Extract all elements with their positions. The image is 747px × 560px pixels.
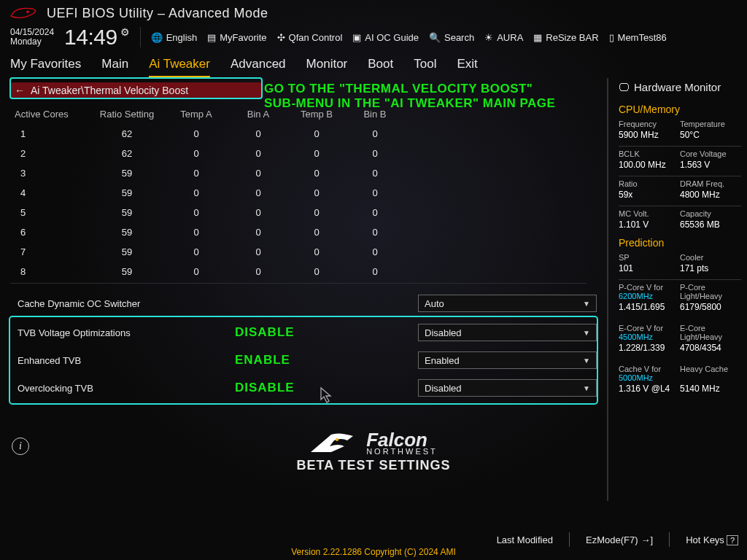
monitor-icon: 🖵 [619, 81, 630, 93]
table-row: 8590000 [10, 262, 597, 281]
tab-exit[interactable]: Exit [457, 57, 477, 78]
hw-label: Frequency [619, 120, 680, 128]
table-row: 6590000 [10, 222, 597, 242]
hw-value: 59x [619, 190, 680, 200]
hw-value: 50°C [680, 130, 741, 140]
table-header: Bin B [346, 109, 404, 120]
aura-icon: ☀ [484, 32, 493, 43]
datetime: 04/15/2024 Monday [10, 28, 54, 46]
ecore-lh-value: 4708/4354 [680, 343, 741, 353]
language-button[interactable]: 🌐English [151, 32, 198, 43]
memtest-button[interactable]: ▯MemTest86 [609, 32, 667, 43]
cache-oc-label: Cache Dynamic OC Switcher [10, 298, 229, 309]
chevron-down-icon: ▼ [583, 357, 590, 365]
fan-icon: ✣ [277, 32, 285, 43]
table-row: 1620000 [10, 124, 597, 144]
cache-v-value: 1.316 V @L4 [619, 384, 680, 394]
table-header: Temp B [287, 109, 346, 120]
oc-tvb-label: Overclocking TVB [10, 383, 229, 394]
hw-value: 4800 MHz [680, 190, 741, 200]
chevron-down-icon: ▼ [583, 300, 590, 308]
table-row: 4590000 [10, 183, 597, 203]
aioc-button[interactable]: ▣AI OC Guide [352, 32, 419, 43]
main-tabs: My FavoritesMainAi TweakerAdvancedMonito… [10, 57, 737, 78]
table-header: Temp A [163, 109, 229, 120]
chevron-down-icon: ▼ [583, 329, 590, 337]
table-header: Ratio Setting [90, 109, 163, 120]
enhanced-tvb-row: Enhanced TVB ENABLE Enabled▼ [10, 346, 597, 374]
search-button[interactable]: 🔍Search [429, 32, 474, 43]
myfavorite-button[interactable]: ▤MyFavorite [207, 32, 266, 43]
table-row: 2620000 [10, 144, 597, 163]
chevron-down-icon: ▼ [583, 384, 590, 392]
svg-point-0 [26, 10, 29, 13]
falcon-logo-icon [309, 430, 360, 456]
tab-main[interactable]: Main [101, 57, 128, 78]
enhanced-tvb-label: Enhanced TVB [10, 355, 229, 366]
enhanced-tvb-overlay: ENABLE [229, 353, 375, 368]
hw-label: Capacity [680, 209, 741, 218]
hw-value: 65536 MB [680, 219, 741, 230]
cooler-value: 171 pts [680, 263, 741, 273]
heavy-cache-value: 5140 MHz [680, 384, 741, 394]
oc-tvb-row: Overclocking TVB DISABLE Disabled▼ [10, 374, 597, 402]
back-arrow-icon[interactable]: ← [15, 85, 25, 96]
aura-button[interactable]: ☀AURA [484, 32, 523, 43]
rog-logo-icon [10, 4, 36, 22]
ecore-v-value: 1.228/1.339 [619, 343, 680, 353]
cache-oc-dropdown[interactable]: Auto▼ [418, 295, 597, 312]
pcore-lh-value: 6179/5800 [680, 302, 741, 312]
tvb-volt-dropdown[interactable]: Disabled▼ [418, 324, 597, 341]
ratio-table: Active CoresRatio SettingTemp ABin ATemp… [10, 104, 597, 281]
chip-icon: ▣ [352, 32, 361, 43]
resizebar-button[interactable]: ▦ReSize BAR [533, 32, 598, 43]
list-icon: ▤ [207, 32, 216, 43]
table-row: 3590000 [10, 163, 597, 183]
svg-point-1 [336, 438, 338, 441]
tab-boot[interactable]: Boot [368, 57, 393, 78]
tab-monitor[interactable]: Monitor [306, 57, 348, 78]
oc-tvb-overlay: DISABLE [229, 381, 375, 395]
tvb-volt-label: TVB Voltage Optimizations [10, 327, 229, 338]
hw-monitor-title: Hardware Monitor [634, 81, 721, 93]
tvb-volt-overlay: DISABLE [229, 325, 375, 340]
ezmode-button[interactable]: EzMode(F7)→] [586, 534, 653, 545]
hw-label: DRAM Freq. [680, 179, 741, 188]
table-row: 7590000 [10, 242, 597, 262]
breadcrumb-text: Ai Tweaker\Thermal Velocity Boost [31, 85, 188, 96]
table-row: 5590000 [10, 203, 597, 222]
pcore-v-value: 1.415/1.695 [619, 302, 680, 312]
tab-advanced[interactable]: Advanced [231, 57, 286, 78]
hotkeys-button[interactable]: Hot Keys? [686, 534, 738, 545]
clock: 14:49 ⚙ [64, 25, 130, 50]
hw-label: MC Volt. [619, 209, 680, 218]
cpu-memory-heading: CPU/Memory [619, 104, 741, 115]
enhanced-tvb-dropdown[interactable]: Enabled▼ [418, 351, 597, 369]
beta-label: BETA TEST SETTINGS [0, 458, 747, 473]
qfan-button[interactable]: ✣Qfan Control [277, 32, 343, 43]
sp-value: 101 [619, 263, 680, 273]
hw-value: 5900 MHz [619, 130, 680, 140]
tab-ai-tweaker[interactable]: Ai Tweaker [149, 57, 210, 78]
hw-value: 1.563 V [680, 160, 741, 170]
breadcrumb[interactable]: ← Ai Tweaker\Thermal Velocity Boost [10, 82, 262, 98]
table-header: Active Cores [10, 109, 90, 120]
gear-icon[interactable]: ⚙ [120, 26, 130, 38]
hw-label: Ratio [619, 179, 680, 188]
last-modified-button[interactable]: Last Modified [497, 534, 553, 545]
exit-icon: →] [641, 534, 654, 545]
cache-oc-row: Cache Dynamic OC Switcher Auto▼ [10, 289, 597, 317]
hw-value: 100.00 MHz [619, 160, 680, 170]
prediction-heading: Prediction [619, 237, 741, 249]
globe-icon: 🌐 [151, 32, 163, 43]
table-header: Bin A [229, 109, 287, 120]
hw-label: Core Voltage [680, 149, 741, 158]
tab-tool[interactable]: Tool [414, 57, 436, 78]
tvb-volt-row: TVB Voltage Optimizations DISABLE Disabl… [10, 319, 597, 346]
oc-tvb-dropdown[interactable]: Disabled▼ [418, 379, 597, 397]
hw-label: BCLK [619, 149, 680, 158]
hw-value: 1.101 V [619, 219, 680, 230]
tab-my-favorites[interactable]: My Favorites [10, 57, 81, 78]
search-icon: 🔍 [429, 32, 441, 43]
resize-icon: ▦ [533, 32, 542, 43]
